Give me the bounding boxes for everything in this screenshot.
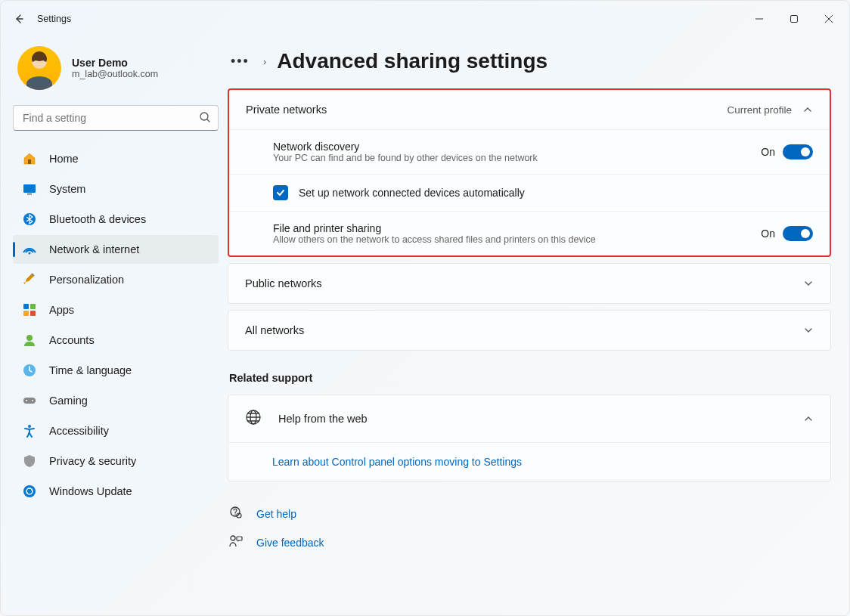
nav-apps[interactable]: Apps: [13, 296, 219, 324]
svg-point-12: [26, 335, 33, 341]
help-card: Help from the web Learn about Control pa…: [228, 395, 831, 481]
privacy-icon: [22, 453, 37, 469]
nav-accessibility[interactable]: Accessibility: [13, 416, 219, 445]
svg-point-2: [200, 113, 208, 120]
help-label: Help from the web: [278, 413, 786, 425]
svg-point-24: [231, 536, 235, 540]
svg-rect-25: [237, 537, 242, 540]
setting-desc: Allow others on the network to access sh…: [273, 234, 761, 245]
get-help-row[interactable]: Get help: [228, 500, 831, 528]
all-networks-card: All networks: [228, 310, 831, 351]
nav-label: Home: [49, 153, 79, 165]
avatar: [17, 46, 61, 90]
user-name: User Demo: [72, 57, 158, 69]
system-icon: [22, 181, 37, 197]
svg-point-22: [234, 514, 235, 515]
nav-network[interactable]: Network & internet: [13, 235, 219, 264]
svg-point-15: [26, 400, 27, 401]
nav-bluetooth[interactable]: Bluetooth & devices: [13, 205, 219, 234]
personalization-icon: [22, 272, 37, 287]
window-title: Settings: [37, 14, 71, 24]
public-networks-header[interactable]: Public networks: [228, 264, 830, 303]
close-button[interactable]: [811, 7, 846, 31]
search-input[interactable]: [13, 105, 219, 131]
nav-home[interactable]: Home: [13, 144, 219, 173]
setting-desc: Your PC can find and be found by other d…: [273, 153, 761, 163]
toggle-state: On: [761, 146, 775, 158]
apps-icon: [22, 302, 37, 317]
svg-rect-5: [27, 193, 32, 195]
nav-personalization[interactable]: Personalization: [13, 265, 219, 294]
chevron-down-icon: [803, 325, 814, 336]
back-button[interactable]: [4, 4, 34, 34]
chevron-up-icon: [803, 413, 814, 424]
page-title: Advanced sharing settings: [277, 49, 548, 73]
profile[interactable]: User Demo m_lab@outlook.com: [13, 42, 219, 94]
user-email: m_lab@outlook.com: [72, 69, 158, 79]
get-help-link[interactable]: Get help: [256, 508, 296, 520]
related-support-title: Related support: [229, 372, 831, 384]
nav-privacy[interactable]: Privacy & security: [13, 447, 219, 475]
private-networks-header[interactable]: Private networks Current profile: [229, 90, 830, 129]
nav-system[interactable]: System: [13, 175, 219, 203]
nav-label: Network & internet: [49, 243, 139, 255]
network-icon: [22, 242, 37, 257]
help-from-web-header[interactable]: Help from the web: [228, 395, 830, 442]
auto-setup-checkbox[interactable]: [273, 185, 288, 200]
file-sharing-row: File and printer sharing Allow others on…: [229, 212, 830, 255]
home-icon: [22, 151, 37, 166]
nav-label: Windows Update: [49, 485, 132, 497]
svg-rect-11: [30, 311, 36, 316]
svg-rect-8: [23, 304, 29, 309]
time-icon: [22, 363, 37, 378]
section-label: All networks: [245, 324, 304, 336]
feedback-icon: [229, 534, 243, 551]
maximize-button[interactable]: [777, 7, 811, 31]
nav-label: Personalization: [49, 274, 124, 286]
svg-point-16: [32, 400, 33, 401]
svg-point-7: [29, 252, 31, 255]
breadcrumb-more[interactable]: •••: [228, 51, 253, 73]
minimize-button[interactable]: [742, 7, 777, 31]
network-discovery-toggle[interactable]: [783, 144, 813, 159]
nav-label: Time & language: [49, 364, 132, 376]
checkbox-label: Set up network connected devices automat…: [299, 187, 525, 199]
auto-setup-row: Set up network connected devices automat…: [229, 175, 830, 212]
public-networks-card: Public networks: [228, 263, 831, 304]
accounts-icon: [22, 333, 37, 348]
search-icon: [199, 111, 211, 126]
nav-label: Bluetooth & devices: [49, 213, 146, 225]
svg-rect-0: [791, 16, 798, 23]
bluetooth-icon: [22, 212, 37, 227]
nav-time[interactable]: Time & language: [13, 356, 219, 385]
network-discovery-row: Network discovery Your PC can find and b…: [229, 130, 830, 175]
nav-accounts[interactable]: Accounts: [13, 326, 219, 354]
nav-label: Privacy & security: [49, 455, 136, 467]
chevron-right-icon: ›: [263, 56, 266, 67]
svg-rect-10: [23, 311, 29, 316]
section-label: Public networks: [245, 277, 322, 289]
nav-label: Accounts: [49, 334, 95, 346]
globe-icon: [245, 409, 262, 429]
nav-gaming[interactable]: Gaming: [13, 386, 219, 415]
svg-rect-14: [23, 398, 36, 404]
nav-label: System: [49, 183, 85, 195]
feedback-link[interactable]: Give feedback: [256, 537, 324, 549]
nav-label: Apps: [49, 304, 74, 316]
current-profile-label: Current profile: [727, 104, 792, 116]
svg-rect-3: [28, 159, 31, 164]
chevron-down-icon: [803, 278, 814, 289]
all-networks-header[interactable]: All networks: [228, 311, 830, 350]
gaming-icon: [22, 393, 37, 408]
file-sharing-toggle[interactable]: [783, 226, 813, 241]
feedback-row[interactable]: Give feedback: [228, 528, 831, 557]
learn-link[interactable]: Learn about Control panel options moving…: [272, 456, 522, 468]
nav-update[interactable]: Windows Update: [13, 477, 219, 506]
help-icon: [229, 506, 243, 522]
accessibility-icon: [22, 423, 37, 438]
setting-title: Network discovery: [273, 141, 761, 153]
svg-point-18: [23, 485, 36, 497]
svg-rect-4: [23, 184, 36, 193]
chevron-up-icon: [802, 104, 813, 115]
svg-rect-9: [30, 304, 36, 309]
